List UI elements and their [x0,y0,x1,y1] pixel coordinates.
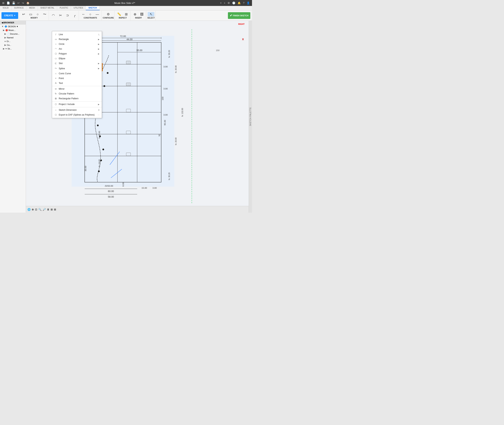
ca-expand-icon: ▶ [4,44,6,46]
line-icon: / [54,33,57,36]
menu-item-text[interactable]: AText [52,81,102,86]
menu-item-circle[interactable]: ○Circle ▶ [52,42,102,46]
canvas-area[interactable]: /Line L ▭Rectangle ▶ ○Circle ▶ ◠Arc ▶ ⬡P… [26,21,252,212]
view-options-icon[interactable]: ⊞ [54,208,56,211]
slot-submenu-arrow: ▶ [98,62,100,64]
rectangle-icon: ▭ [54,38,57,40]
grid-display-icon[interactable]: ⊞ [51,208,53,211]
sk-label: ✏ Sk... [5,48,12,50]
menu-item-rectangle[interactable]: ▭Rectangle ▶ [52,37,102,42]
zoom-extents-icon[interactable]: ⊡ [35,208,37,211]
grid-icon[interactable]: ⊞ [1,1,5,5]
select-tool[interactable]: ↖ [148,12,154,16]
modify-group: ↩ ▭ ○ 〜 MODIFY [20,11,49,20]
finish-sketch-button[interactable]: ✔ FINISH SKETCH [228,12,250,19]
inspect-tool2[interactable]: ⊞ [123,12,129,16]
trim-tool[interactable]: ✂ [57,13,64,18]
redo-icon[interactable]: ↪ [21,1,25,5]
menu-item-slot[interactable]: ⊏Slot ▶ [52,61,102,66]
extend-tool[interactable]: ⊃ [64,13,71,18]
browser-title: ◀ BROWSER [1,21,14,24]
menu-item-line[interactable]: /Line L [52,32,102,37]
menu-item-arc[interactable]: ◠Arc ▶ [52,46,102,51]
browser-item-named[interactable]: ▶ Named [0,36,26,40]
svg-text:44.00: 44.00 [127,38,133,41]
svg-point-50 [100,159,102,161]
file-icon[interactable]: 📄 [6,1,11,5]
ca-label: Ca... [7,44,11,46]
browser-item-music[interactable]: ▶ 🔴 Music... [0,28,26,32]
export-dxf-options[interactable]: ⋯ [98,114,100,116]
menu-item-polygon[interactable]: ⬡Polygon ▶ [52,51,102,56]
create-button[interactable]: CREATE ▼ [1,12,18,19]
zoom-out-icon[interactable]: 🔎 [43,208,46,211]
svg-text:fx: 19.60: fx: 19.60 [98,131,101,139]
menu-item-conic-curve[interactable]: ∩Conic Curve [52,71,102,76]
bell-icon[interactable]: 🔔 [237,1,242,5]
undo-tool[interactable]: ↩ [20,12,27,16]
menu-item-circular-pattern[interactable]: ↻Circular Pattern [52,91,102,96]
help-icon[interactable]: ? [242,1,245,5]
tab-utilities[interactable]: UTILITIES [71,6,86,10]
sketch-dim-icon: ↔ [54,109,57,111]
display-mode-icon[interactable]: 🖥 [47,208,49,211]
constraints-label: CONSTRAINTS [84,17,97,19]
browser-item-origin[interactable]: ● Or... [0,40,26,43]
tab-sketch[interactable]: SKETCH [86,6,100,10]
svg-text:50.00: 50.00 [108,185,113,187]
menu-item-spline[interactable]: 〜Spline ▶ [52,66,102,71]
home-icon[interactable]: 🏠 [26,1,30,5]
configure-tool[interactable]: ⚙ [105,12,112,16]
spline-tool[interactable]: 〜 [41,12,48,16]
rectangle-tool[interactable]: ▭ [27,12,34,16]
dimension-tool[interactable]: ↔ [80,12,87,16]
tab-plastic[interactable]: PLASTIC [57,6,71,10]
undo-icon[interactable]: ↩ [17,1,20,5]
save-icon[interactable]: 💾 [11,1,16,5]
circle-menu-icon: ○ [54,43,57,45]
menu-item-project[interactable]: ⬡Project / Include ▶ [52,102,102,107]
menu-item-ellipse[interactable]: ⬭Ellipse [52,56,102,61]
sk-expand-icon: ▶ [3,47,5,50]
zoom-in-icon[interactable]: 🔍 [38,208,41,211]
constraint-tool[interactable]: ○ [87,12,94,16]
browser-item-document[interactable]: ▶ 📄 Docume... [0,32,26,36]
svg-text:60.00: 60.00 [108,190,114,193]
pan-icon[interactable]: ⊕ [32,208,34,211]
tab-sheet-metal[interactable]: SHEET METAL [38,6,57,10]
menu-item-sketch-dimension[interactable]: ↔Sketch Dimension D [52,108,102,113]
svg-point-48 [99,135,101,137]
insert-image-tool[interactable]: 🖼 [139,12,145,16]
arc-menu-icon: ◠ [54,48,57,50]
circle-tool[interactable]: ○ [34,12,41,16]
tab-solid[interactable]: SOLID [0,6,12,10]
settings-icon[interactable]: ⚙ [227,1,231,5]
menu-item-mirror[interactable]: ⇔Mirror [52,86,102,91]
tab-mesh[interactable]: MESH [27,6,38,10]
clock-icon[interactable]: 🕐 [231,1,236,5]
menu-item-export-dxf[interactable]: ⬡Export to DXF (Splines as Polylines) ⋯ [52,113,102,117]
user-icon[interactable]: 👤 [246,1,250,5]
svg-text:100: 100 [161,96,164,100]
browser-item-design[interactable]: ▼ 🔷 DESIGN ▼ [0,25,26,28]
rectangle-submenu-arrow: ▶ [98,38,100,40]
svg-text:fx: 19.60: fx: 19.60 [98,159,101,167]
measure-tool[interactable]: 📏 [116,12,122,16]
constraint2-tool[interactable]: — [94,12,101,16]
plus-icon[interactable]: + [223,1,226,5]
insert-tool[interactable]: ⊕ [132,12,138,16]
design-expand-icon: ▼ [1,25,4,28]
polygon-icon: ⬡ [54,53,57,55]
inspect-label: INSPECT [119,17,127,19]
browser-item-ca[interactable]: ▶ Ca... [0,43,26,47]
browser-header: ◀ BROWSER [0,21,26,25]
arc-tool[interactable]: ◠ [50,13,57,18]
fillet-tool[interactable]: ╭ [71,13,78,18]
tab-surface[interactable]: SURFACE [12,6,27,10]
close-icon[interactable]: × [219,1,222,5]
menu-item-rectangular-pattern[interactable]: ⊞Rectangular Pattern [52,96,102,101]
sketch-palette-panel[interactable]: SKETCH PALETTE [249,21,252,212]
orbit-icon[interactable]: 🌐 [27,208,31,211]
browser-item-sketch[interactable]: ▶ ✏ Sk... [0,47,26,51]
menu-item-point[interactable]: +Point [52,76,102,81]
